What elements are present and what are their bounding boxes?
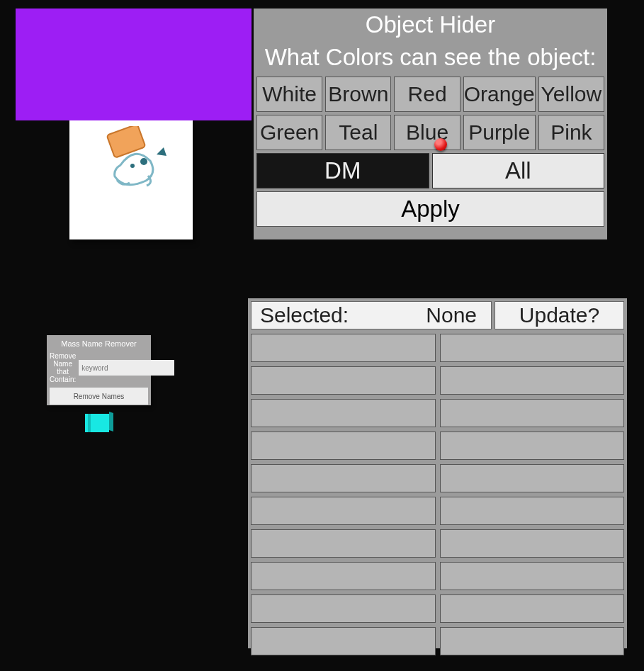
color-white[interactable]: White bbox=[256, 77, 322, 112]
list-item[interactable] bbox=[440, 334, 625, 362]
object-hider-subtitle: What Colors can see the object: bbox=[254, 38, 607, 71]
list-item[interactable] bbox=[251, 497, 436, 525]
list-item[interactable] bbox=[251, 432, 436, 460]
list-item[interactable] bbox=[440, 627, 625, 655]
list-item[interactable] bbox=[440, 594, 625, 623]
list-item[interactable] bbox=[251, 562, 436, 590]
selected-label: Selected: bbox=[260, 303, 349, 327]
remover-keyword-input[interactable] bbox=[79, 360, 174, 376]
list-item[interactable] bbox=[440, 366, 625, 395]
selected-readout: Selected: None bbox=[251, 301, 492, 329]
color-blue[interactable]: Blue bbox=[394, 115, 460, 150]
selected-value: None bbox=[426, 303, 477, 327]
cyan-object-token[interactable] bbox=[88, 414, 109, 432]
object-hider-title: Object Hider bbox=[254, 9, 607, 38]
list-item[interactable] bbox=[440, 529, 625, 558]
color-purple[interactable]: Purple bbox=[463, 115, 536, 150]
color-pink[interactable]: Pink bbox=[538, 115, 604, 150]
list-item[interactable] bbox=[251, 529, 436, 558]
list-item[interactable] bbox=[440, 562, 625, 590]
picture-card[interactable] bbox=[69, 120, 193, 239]
apply-button[interactable]: Apply bbox=[256, 191, 604, 227]
list-item[interactable] bbox=[440, 464, 625, 492]
list-item[interactable] bbox=[251, 399, 436, 427]
color-green[interactable]: Green bbox=[256, 115, 322, 150]
creature-icon bbox=[89, 126, 174, 190]
list-item[interactable] bbox=[251, 627, 436, 655]
remover-label: Remove Name that Contain: bbox=[50, 352, 76, 383]
vr-laser-cursor-icon bbox=[434, 138, 447, 151]
object-hider-panel: Object Hider What Colors can see the obj… bbox=[254, 9, 607, 239]
remove-names-button[interactable]: Remove Names bbox=[50, 388, 148, 405]
remover-title: Mass Name Remover bbox=[47, 335, 151, 352]
update-button[interactable]: Update? bbox=[495, 301, 624, 329]
selection-grid bbox=[251, 334, 624, 640]
selection-list-panel: Selected: None Update? bbox=[248, 298, 627, 648]
list-item[interactable] bbox=[251, 464, 436, 492]
list-item[interactable] bbox=[440, 497, 625, 525]
color-brown[interactable]: Brown bbox=[325, 77, 391, 112]
mass-name-remover-panel: Mass Name Remover Remove Name that Conta… bbox=[47, 335, 151, 405]
list-item[interactable] bbox=[440, 432, 625, 460]
list-item[interactable] bbox=[440, 399, 625, 427]
color-orange[interactable]: Orange bbox=[463, 77, 536, 112]
list-item[interactable] bbox=[251, 594, 436, 623]
color-teal[interactable]: Teal bbox=[325, 115, 391, 150]
color-yellow[interactable]: Yellow bbox=[538, 77, 604, 112]
svg-point-3 bbox=[130, 164, 135, 168]
all-button[interactable]: All bbox=[432, 153, 605, 188]
tool-panel-purple[interactable] bbox=[16, 9, 252, 120]
list-item[interactable] bbox=[251, 366, 436, 395]
color-red[interactable]: Red bbox=[394, 77, 460, 112]
dm-button[interactable]: DM bbox=[256, 153, 429, 188]
color-grid: White Brown Red Orange Yellow Green Teal… bbox=[254, 71, 607, 150]
list-item[interactable] bbox=[251, 334, 436, 362]
svg-point-2 bbox=[140, 158, 147, 165]
